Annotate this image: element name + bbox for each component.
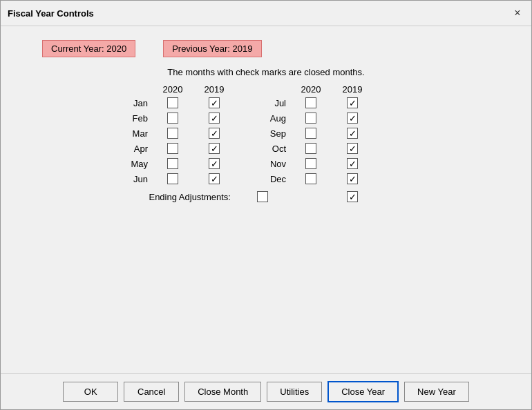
title-bar: Fiscal Year Controls × [1,1,531,26]
dec-2020-checkbox[interactable] [305,173,316,184]
dec-2020-checkbox-cell [290,173,332,184]
may-2019-checkbox[interactable] [209,158,220,169]
table-row: Mar Sep [97,128,435,139]
content-area: Current Year: 2020 Previous Year: 2019 T… [1,26,531,373]
jan-2019-checkbox[interactable] [209,97,220,108]
mar-2020-checkbox[interactable] [167,128,178,139]
dec-2019-checkbox[interactable] [347,173,358,184]
month-label-jan: Jan [97,98,152,108]
oct-2020-checkbox-cell [290,143,332,154]
mar-2019-checkbox-cell [193,128,235,139]
jun-2020-checkbox[interactable] [167,173,178,184]
may-2020-checkbox-cell [152,158,193,169]
feb-2020-checkbox-cell [152,113,193,124]
jul-2019-checkbox-cell [332,97,373,108]
apr-2019-checkbox-cell [193,143,235,154]
jan-2019-checkbox-cell [193,97,235,108]
month-label-feb: Feb [97,113,152,124]
sep-2020-checkbox[interactable] [305,128,316,139]
month-label-sep: Sep [235,128,290,139]
nov-2019-checkbox[interactable] [347,158,358,169]
jan-2020-checkbox-cell [152,97,193,108]
apr-2019-checkbox[interactable] [209,143,220,154]
month-label-may: May [97,159,152,169]
jul-2020-checkbox[interactable] [305,97,316,108]
month-label-nov: Nov [235,159,290,169]
month-label-aug: Aug [235,113,290,124]
feb-2020-checkbox[interactable] [167,113,178,124]
month-grid: 2020 2019 2020 2019 Jan Jul [21,84,511,202]
aug-2019-checkbox[interactable] [347,113,358,124]
table-row: Apr Oct [97,143,435,154]
new-year-button[interactable]: New Year [404,382,469,402]
previous-year-badge: Previous Year: 2019 [163,40,261,57]
ending-adjustments-label: Ending Adjustments: [97,192,235,202]
window-close-button[interactable]: × [511,6,524,20]
oct-2020-checkbox[interactable] [305,143,316,154]
sep-2020-checkbox-cell [290,128,332,139]
month-rows: Jan Jul Feb Aug [97,97,435,202]
table-row: Jan Jul [97,97,435,108]
right-current-year-header: 2020 [290,84,332,95]
mar-2020-checkbox-cell [152,128,193,139]
ending-adj-2020-checkbox[interactable] [257,191,268,202]
aug-2020-checkbox[interactable] [305,113,316,124]
table-row: Jun Dec [97,173,435,184]
month-label-apr: Apr [97,144,152,154]
jun-2019-checkbox[interactable] [209,173,220,184]
oct-2019-checkbox-cell [332,143,373,154]
month-label-jul: Jul [235,98,290,108]
table-row: May Nov [97,158,435,169]
month-label-mar: Mar [97,128,152,139]
ending-adj-2019-cell [332,191,373,202]
aug-2020-checkbox-cell [290,113,332,124]
utilities-button[interactable]: Utilities [267,382,322,402]
ending-adj-2020-cell [235,191,290,202]
sep-2019-checkbox-cell [332,128,373,139]
jul-2019-checkbox[interactable] [347,97,358,108]
table-row: Feb Aug [97,113,435,124]
close-month-button[interactable]: Close Month [184,382,261,402]
oct-2019-checkbox[interactable] [347,143,358,154]
dec-2019-checkbox-cell [332,173,373,184]
main-window: Fiscal Year Controls × Current Year: 202… [0,0,532,410]
current-year-badge: Current Year: 2020 [42,40,135,57]
empty-spacer [97,84,152,95]
left-previous-year-header: 2019 [193,84,235,95]
close-year-button[interactable]: Close Year [327,381,399,402]
ending-adjustments-row: Ending Adjustments: [97,191,435,202]
ok-button[interactable]: OK [63,382,118,402]
may-2019-checkbox-cell [193,158,235,169]
window-title: Fiscal Year Controls [8,8,94,19]
mar-2019-checkbox[interactable] [209,128,220,139]
cancel-button[interactable]: Cancel [124,382,179,402]
jan-2020-checkbox[interactable] [167,97,178,108]
month-label-dec: Dec [235,174,290,184]
left-current-year-header: 2020 [152,84,193,95]
jun-2019-checkbox-cell [193,173,235,184]
ending-adj-2019-checkbox[interactable] [347,191,358,202]
year-labels-row: Current Year: 2020 Previous Year: 2019 [42,40,262,57]
feb-2019-checkbox[interactable] [209,113,220,124]
aug-2019-checkbox-cell [332,113,373,124]
info-text: The months with check marks are closed m… [167,67,364,77]
right-previous-year-header: 2019 [332,84,373,95]
jun-2020-checkbox-cell [152,173,193,184]
column-headers: 2020 2019 2020 2019 [97,84,435,95]
month-label-oct: Oct [235,144,290,154]
nov-2020-checkbox-cell [290,158,332,169]
apr-2020-checkbox[interactable] [167,143,178,154]
empty-spacer2 [235,84,290,95]
jul-2020-checkbox-cell [290,97,332,108]
nov-2020-checkbox[interactable] [305,158,316,169]
month-label-jun: Jun [97,174,152,184]
feb-2019-checkbox-cell [193,113,235,124]
nov-2019-checkbox-cell [332,158,373,169]
sep-2019-checkbox[interactable] [347,128,358,139]
may-2020-checkbox[interactable] [167,158,178,169]
apr-2020-checkbox-cell [152,143,193,154]
footer-buttons: OK Cancel Close Month Utilities Close Ye… [1,373,531,409]
